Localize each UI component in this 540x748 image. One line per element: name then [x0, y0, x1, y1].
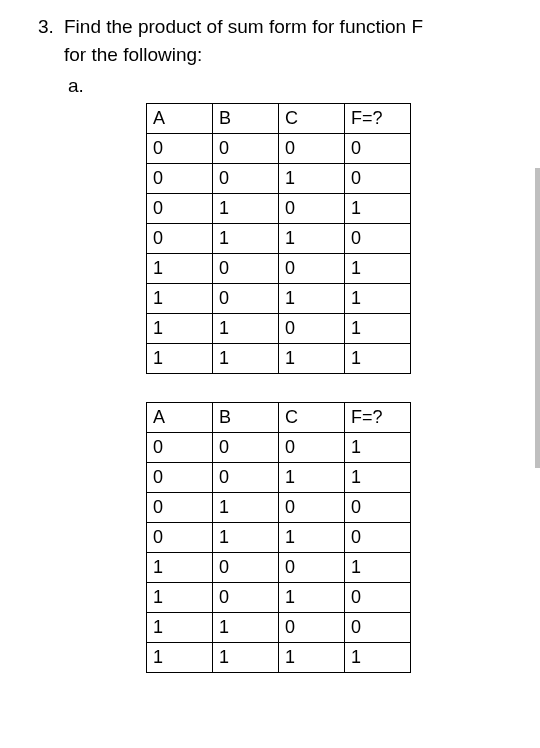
- table-row: 1001: [147, 553, 411, 583]
- col-header-B: B: [213, 104, 279, 134]
- cell: 1: [345, 284, 411, 314]
- cell: 1: [213, 523, 279, 553]
- table-row: 1010: [147, 583, 411, 613]
- scrollbar-thumb[interactable]: [535, 168, 540, 468]
- cell: 1: [213, 344, 279, 374]
- cell: 0: [213, 553, 279, 583]
- cell: 1: [345, 254, 411, 284]
- cell: 1: [213, 493, 279, 523]
- table-header-row: A B C F=?: [147, 104, 411, 134]
- table-row: 0100: [147, 493, 411, 523]
- table-row: 1101: [147, 314, 411, 344]
- table-row: 1100: [147, 613, 411, 643]
- cell: 1: [279, 284, 345, 314]
- cell: 1: [279, 224, 345, 254]
- cell: 0: [147, 224, 213, 254]
- cell: 0: [147, 463, 213, 493]
- cell: 0: [213, 433, 279, 463]
- cell: 0: [279, 314, 345, 344]
- cell: 0: [345, 224, 411, 254]
- truth-table-2: A B C F=? 0001 0011 0100 0110 1001 1010 …: [146, 402, 411, 673]
- tables-container: A B C F=? 0000 0010 0101 0110 1001 1011 …: [38, 103, 520, 673]
- cell: 0: [345, 613, 411, 643]
- cell: 1: [213, 194, 279, 224]
- cell: 0: [345, 523, 411, 553]
- question-text-1: Find the product of sum form for functio…: [64, 16, 423, 37]
- cell: 0: [279, 194, 345, 224]
- table-row: 1111: [147, 643, 411, 673]
- table-row: 0001: [147, 433, 411, 463]
- cell: 1: [147, 553, 213, 583]
- col-header-F: F=?: [345, 104, 411, 134]
- cell: 1: [279, 643, 345, 673]
- cell: 0: [147, 194, 213, 224]
- cell: 0: [213, 254, 279, 284]
- cell: 0: [345, 583, 411, 613]
- cell: 0: [147, 134, 213, 164]
- cell: 0: [213, 463, 279, 493]
- cell: 1: [213, 643, 279, 673]
- col-header-B: B: [213, 403, 279, 433]
- question-line-1: 3.Find the product of sum form for funct…: [38, 14, 520, 40]
- cell: 0: [213, 134, 279, 164]
- question-number: 3.: [38, 14, 64, 40]
- table-row: 1001: [147, 254, 411, 284]
- cell: 1: [279, 463, 345, 493]
- cell: 1: [147, 314, 213, 344]
- cell: 0: [345, 134, 411, 164]
- col-header-A: A: [147, 403, 213, 433]
- table-row: 1111: [147, 344, 411, 374]
- cell: 1: [213, 224, 279, 254]
- cell: 0: [279, 553, 345, 583]
- table-row: 0101: [147, 194, 411, 224]
- cell: 0: [213, 164, 279, 194]
- subpart-label: a.: [38, 75, 520, 97]
- cell: 0: [147, 493, 213, 523]
- cell: 1: [279, 164, 345, 194]
- cell: 0: [279, 254, 345, 284]
- table-row: 1011: [147, 284, 411, 314]
- table-header-row: A B C F=?: [147, 403, 411, 433]
- table-row: 0000: [147, 134, 411, 164]
- cell: 1: [147, 344, 213, 374]
- col-header-C: C: [279, 104, 345, 134]
- cell: 0: [345, 164, 411, 194]
- cell: 1: [345, 194, 411, 224]
- cell: 0: [147, 433, 213, 463]
- table-row: 0110: [147, 523, 411, 553]
- table-row: 0011: [147, 463, 411, 493]
- cell: 1: [147, 284, 213, 314]
- cell: 1: [213, 314, 279, 344]
- cell: 1: [147, 613, 213, 643]
- cell: 1: [345, 643, 411, 673]
- cell: 0: [147, 523, 213, 553]
- table-row: 0110: [147, 224, 411, 254]
- cell: 1: [345, 314, 411, 344]
- cell: 1: [279, 344, 345, 374]
- cell: 1: [345, 433, 411, 463]
- cell: 0: [213, 583, 279, 613]
- cell: 1: [213, 613, 279, 643]
- col-header-F: F=?: [345, 403, 411, 433]
- col-header-A: A: [147, 104, 213, 134]
- cell: 1: [147, 643, 213, 673]
- cell: 0: [279, 134, 345, 164]
- question-line-2: for the following:: [38, 42, 520, 68]
- cell: 0: [345, 493, 411, 523]
- table-row: 0010: [147, 164, 411, 194]
- cell: 1: [147, 583, 213, 613]
- cell: 1: [279, 523, 345, 553]
- cell: 1: [279, 583, 345, 613]
- page: 3.Find the product of sum form for funct…: [0, 0, 540, 673]
- cell: 0: [147, 164, 213, 194]
- cell: 1: [147, 254, 213, 284]
- cell: 0: [279, 613, 345, 643]
- col-header-C: C: [279, 403, 345, 433]
- cell: 0: [213, 284, 279, 314]
- cell: 0: [279, 433, 345, 463]
- truth-table-1: A B C F=? 0000 0010 0101 0110 1001 1011 …: [146, 103, 411, 374]
- cell: 1: [345, 553, 411, 583]
- cell: 0: [279, 493, 345, 523]
- cell: 1: [345, 344, 411, 374]
- cell: 1: [345, 463, 411, 493]
